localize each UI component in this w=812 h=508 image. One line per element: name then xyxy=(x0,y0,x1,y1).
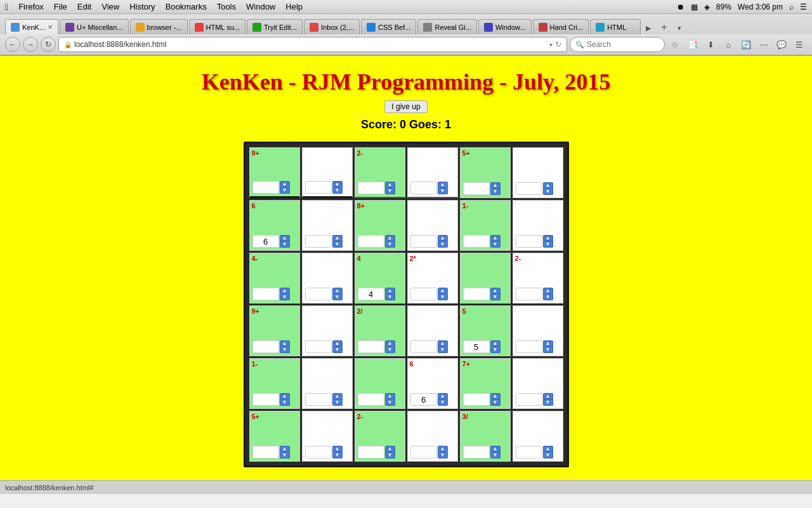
spinner-up-r6-c6[interactable]: ▲ xyxy=(543,446,553,452)
spinner-up-r3-c2[interactable]: ▲ xyxy=(332,288,343,294)
spinner-down-r2-c6[interactable]: ▼ xyxy=(543,241,553,248)
search-input[interactable] xyxy=(587,40,650,49)
spinner-down-r5-c6[interactable]: ▼ xyxy=(543,399,553,406)
spinner-up-r5-c4[interactable]: ▲ xyxy=(438,393,448,399)
cell-input-r4-c2[interactable] xyxy=(305,340,332,353)
menu-tools[interactable]: Tools xyxy=(217,2,236,11)
tab-close-kenken[interactable]: ✕ xyxy=(48,23,53,30)
spinner-up-r1-c2[interactable]: ▲ xyxy=(332,181,343,187)
bookmark-icon[interactable]: 📑 xyxy=(685,37,700,52)
cell-input-r6-c4[interactable] xyxy=(410,446,437,458)
search-icon[interactable]: ⌕ xyxy=(789,3,794,11)
cell-input-r1-c6[interactable] xyxy=(516,182,542,195)
cell-input-r5-c1[interactable] xyxy=(252,393,279,406)
spinner-up-r5-c2[interactable]: ▲ xyxy=(332,393,343,399)
cell-input-r3-c5[interactable] xyxy=(463,288,490,300)
spinner-down-r1-c1[interactable]: ▼ xyxy=(280,187,290,194)
spinner-up-r3-c4[interactable]: ▲ xyxy=(438,288,448,294)
cell-input-r1-c3[interactable] xyxy=(358,182,384,194)
cell-input-r4-c4[interactable] xyxy=(410,340,437,353)
spinner-up-r6-c3[interactable]: ▲ xyxy=(385,446,395,452)
cell-input-r6-c6[interactable] xyxy=(516,446,542,458)
cell-input-r1-c4[interactable] xyxy=(410,182,437,194)
cell-input-r3-c2[interactable] xyxy=(305,288,332,300)
spinner-up-r2-c1[interactable]: ▲ xyxy=(280,235,290,241)
tab-kenken[interactable]: KenK... ✕ xyxy=(5,19,58,34)
cell-input-r3-c3[interactable] xyxy=(358,288,384,300)
spinner-down-r2-c5[interactable]: ▼ xyxy=(490,241,501,248)
tab-window[interactable]: Window... xyxy=(478,19,532,34)
spinner-down-r4-c6[interactable]: ▼ xyxy=(543,347,553,353)
spinner-down-r4-c5[interactable]: ▼ xyxy=(490,347,501,353)
spinner-down-r4-c2[interactable]: ▼ xyxy=(332,347,343,353)
cell-input-r2-c5[interactable] xyxy=(463,235,490,248)
spinner-up-r4-c3[interactable]: ▲ xyxy=(385,340,395,347)
menu-view[interactable]: View xyxy=(102,2,119,11)
spinner-up-r1-c5[interactable]: ▲ xyxy=(490,182,501,189)
cell-input-r2-c2[interactable] xyxy=(305,235,332,248)
download-icon[interactable]: ⬇ xyxy=(703,37,718,52)
spinner-up-r6-c5[interactable]: ▲ xyxy=(490,446,501,452)
spinner-down-r1-c4[interactable]: ▼ xyxy=(438,188,448,194)
spinner-down-r6-c6[interactable]: ▼ xyxy=(543,452,553,458)
spinner-up-r3-c5[interactable]: ▲ xyxy=(490,288,501,294)
spinner-up-r3-c3[interactable]: ▲ xyxy=(385,288,395,294)
cell-input-r1-c1[interactable] xyxy=(252,181,279,194)
tab-overflow-btn[interactable]: ▶ xyxy=(642,22,655,34)
url-dropdown-icon[interactable]: ▾ xyxy=(549,41,553,48)
menu-firefox[interactable]: Firefox xyxy=(18,2,44,11)
tab-html[interactable]: HTML su... xyxy=(189,19,246,34)
cell-input-r4-c3[interactable] xyxy=(358,340,384,353)
cell-input-r4-c1[interactable] xyxy=(252,340,279,353)
tab-tryit[interactable]: Tryit Edit... xyxy=(247,19,303,34)
sync-icon[interactable]: 🔄 xyxy=(738,37,754,52)
menu-edit[interactable]: Edit xyxy=(77,2,91,11)
cell-input-r5-c4[interactable] xyxy=(410,393,437,406)
spinner-up-r4-c6[interactable]: ▲ xyxy=(543,340,553,347)
spinner-up-r5-c5[interactable]: ▲ xyxy=(490,393,501,399)
spinner-down-r1-c3[interactable]: ▼ xyxy=(385,188,395,194)
cell-input-r4-c6[interactable] xyxy=(516,340,542,353)
spinner-down-r5-c1[interactable]: ▼ xyxy=(280,399,290,406)
spinner-down-r5-c5[interactable]: ▼ xyxy=(490,399,501,406)
spinner-up-r6-c2[interactable]: ▲ xyxy=(332,446,343,452)
menu-window[interactable]: Window xyxy=(246,2,275,11)
reload-button[interactable]: ↻ xyxy=(41,37,56,52)
tab-handcri[interactable]: Hand Cri... xyxy=(533,19,589,34)
cell-input-r6-c5[interactable] xyxy=(463,446,490,458)
tab-css[interactable]: CSS Bef... xyxy=(361,19,416,34)
cell-input-r5-c3[interactable] xyxy=(358,393,384,406)
spinner-up-r2-c3[interactable]: ▲ xyxy=(385,235,395,241)
cell-input-r5-c2[interactable] xyxy=(305,393,332,406)
chat-icon[interactable]: 💬 xyxy=(774,37,789,52)
spinner-down-r1-c6[interactable]: ▼ xyxy=(543,189,553,195)
menu-icon[interactable]: ☰ xyxy=(792,37,807,52)
give-up-button[interactable]: I give up xyxy=(384,100,427,113)
menu-history[interactable]: History xyxy=(129,2,155,11)
cell-input-r2-c1[interactable] xyxy=(252,235,279,248)
spinner-up-r6-c1[interactable]: ▲ xyxy=(280,446,290,452)
spinner-down-r5-c3[interactable]: ▼ xyxy=(385,399,395,406)
spinner-down-r2-c1[interactable]: ▼ xyxy=(280,241,290,248)
url-bar[interactable]: 🔒 localhost:8888/kenken.html ▾ ↻ xyxy=(58,37,567,52)
spinner-down-r6-c5[interactable]: ▼ xyxy=(490,452,501,458)
spinner-up-r2-c6[interactable]: ▲ xyxy=(543,235,553,241)
spinner-down-r6-c4[interactable]: ▼ xyxy=(438,452,448,458)
list-icon[interactable]: ☰ xyxy=(800,3,807,11)
spinner-up-r5-c6[interactable]: ▲ xyxy=(543,393,553,399)
spinner-down-r1-c5[interactable]: ▼ xyxy=(490,189,501,195)
tab-html2[interactable]: HTML xyxy=(590,19,641,34)
cell-input-r3-c1[interactable] xyxy=(252,288,279,300)
cell-input-r1-c5[interactable] xyxy=(463,182,490,195)
cell-input-r2-c3[interactable] xyxy=(358,235,384,248)
spinner-down-r6-c2[interactable]: ▼ xyxy=(332,452,343,458)
spinner-down-r2-c2[interactable]: ▼ xyxy=(332,241,343,248)
tab-gmail[interactable]: Inbox (2,... xyxy=(304,19,360,34)
menu-file[interactable]: File xyxy=(54,2,67,11)
spinner-down-r3-c6[interactable]: ▼ xyxy=(543,294,553,300)
spinner-down-r6-c3[interactable]: ▼ xyxy=(385,452,395,458)
cell-input-r2-c4[interactable] xyxy=(410,235,437,248)
spinner-down-r3-c2[interactable]: ▼ xyxy=(332,294,343,300)
tab-browser[interactable]: browser -... xyxy=(130,19,188,34)
back-button[interactable]: ← xyxy=(5,37,20,52)
